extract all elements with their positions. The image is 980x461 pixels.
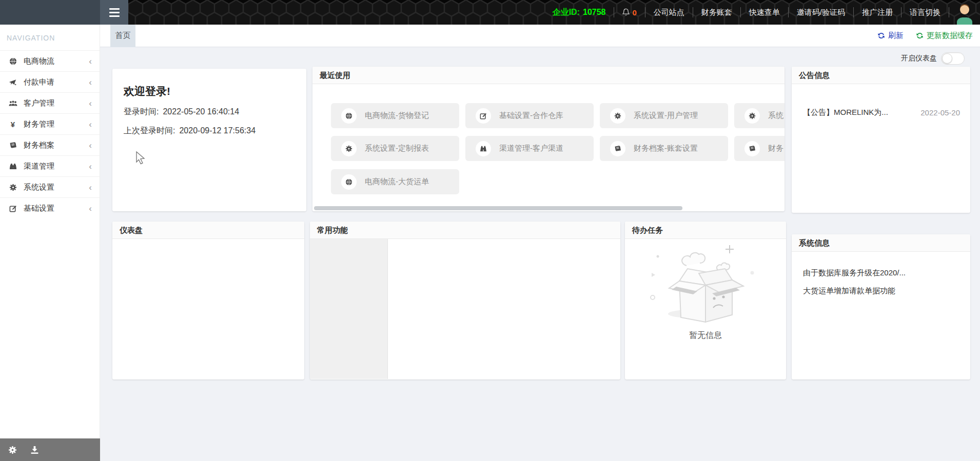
chevron-left-icon: ‹ <box>89 99 92 108</box>
yen-icon: ¥ <box>8 120 18 129</box>
recent-used-panel: 最近使用 电商物流-货物登记 基础设置-合作仓库 系统设置-用户管理 系统 <box>312 67 785 211</box>
sidebar-title: NAVIGATION <box>0 25 100 50</box>
system-info-item[interactable]: 由于数据库服务升级在2020/... <box>803 268 960 278</box>
gear-icon <box>610 108 625 124</box>
todo-panel-body: 暂无信息 <box>625 239 786 379</box>
common-functions-side-strip <box>310 239 388 379</box>
dashboard-panel: 仪表盘 <box>112 222 304 379</box>
sidebar-item-channel-management[interactable]: 渠道管理 ‹ <box>0 155 100 176</box>
common-functions-panel: 常用功能 <box>310 222 620 379</box>
recent-item-custom-report[interactable]: 系统设置-定制报表 <box>331 136 459 161</box>
globe-icon <box>341 108 357 124</box>
system-info-item[interactable]: 大货运单增加请款单据功能 <box>803 286 960 296</box>
sidebar-item-label: 财务管理 <box>24 119 89 129</box>
topbar-item-quick-search[interactable]: 快速查单 <box>743 8 786 17</box>
notifications-button[interactable]: 0 <box>616 8 642 17</box>
topbar-item-invite-code[interactable]: 邀请码/验证码 <box>791 8 851 17</box>
sidebar-item-payment-request[interactable]: 付款申请 ‹ <box>0 71 100 92</box>
last-login-line: 上次登录时间:2020-09-12 17:56:34 <box>124 126 306 136</box>
chevron-left-icon: ‹ <box>89 162 92 171</box>
welcome-panel: 欢迎登录! 登录时间:2022-05-20 16:40:14 上次登录时间:20… <box>112 69 306 211</box>
recent-item-label: 财务 <box>768 144 783 153</box>
download-button[interactable] <box>30 446 39 454</box>
last-login-value: 2020-09-12 17:56:34 <box>179 126 256 135</box>
notification-count-badge: 0 <box>632 8 636 17</box>
binoculars-icon <box>8 163 18 170</box>
welcome-title: 欢迎登录! <box>124 84 306 98</box>
refresh-button[interactable]: 刷新 <box>877 31 904 41</box>
notice-panel-title: 公告信息 <box>792 67 970 84</box>
login-time-line: 登录时间:2022-05-20 16:40:14 <box>124 107 306 117</box>
notice-panel: 公告信息 【公告】MORELINK为... 2022-05-20 <box>792 67 970 213</box>
notice-item[interactable]: 【公告】MORELINK为... 2022-05-20 <box>803 108 960 117</box>
empty-box-illustration <box>646 241 765 327</box>
recent-item-label: 财务档案-账套设置 <box>634 144 698 153</box>
last-login-label: 上次登录时间: <box>124 126 175 135</box>
recent-item-user-management[interactable]: 系统设置-用户管理 <box>600 103 728 128</box>
todo-panel-title: 待办任务 <box>625 222 786 239</box>
sidebar-item-basic-settings[interactable]: 基础设置 ‹ <box>0 197 100 218</box>
gear-icon <box>8 184 18 191</box>
todo-empty-text: 暂无信息 <box>625 330 786 341</box>
recent-item-clipped-2[interactable]: 财务 <box>734 136 785 161</box>
sidebar-toggle-button[interactable] <box>100 0 128 25</box>
user-avatar[interactable] <box>955 0 974 25</box>
sidebar-item-ecommerce-logistics[interactable]: 电商物流 ‹ <box>0 50 100 71</box>
recent-item-label: 系统设置-定制报表 <box>365 144 429 153</box>
refresh-icon <box>877 32 885 39</box>
topbar-item-company-site[interactable]: 公司站点 <box>648 8 691 17</box>
recent-item-bulk-waybill[interactable]: 电商物流-大货运单 <box>331 169 459 194</box>
sidebar-item-system-settings[interactable]: 系统设置 ‹ <box>0 176 100 197</box>
hamburger-icon <box>109 8 120 10</box>
common-functions-body <box>310 239 620 379</box>
sidebar-item-label: 客户管理 <box>24 98 89 108</box>
company-id: 企业ID:10758 <box>546 7 612 18</box>
chevron-left-icon: ‹ <box>89 57 92 66</box>
recent-item-label: 电商物流-货物登记 <box>365 111 429 121</box>
tab-actions: 刷新 更新数据缓存 <box>877 31 980 41</box>
payment-icon <box>8 79 18 86</box>
mouse-cursor <box>136 151 147 165</box>
sidebar-item-finance-management[interactable]: ¥ 财务管理 ‹ <box>0 113 100 134</box>
recent-item-clipped-1[interactable]: 系统 <box>734 103 785 128</box>
dashboard-toggle-switch[interactable] <box>941 52 965 65</box>
notice-item-date: 2022-05-20 <box>920 108 960 117</box>
chevron-left-icon: ‹ <box>89 78 92 87</box>
chevron-left-icon: ‹ <box>89 183 92 192</box>
recent-item-cargo-register[interactable]: 电商物流-货物登记 <box>331 103 459 128</box>
recent-item-label: 系统 <box>768 111 783 121</box>
bell-icon <box>622 8 630 16</box>
recent-item-customer-channel[interactable]: 渠道管理-客户渠道 <box>465 136 594 161</box>
sidebar-item-customer-management[interactable]: 客户管理 ‹ <box>0 92 100 113</box>
recent-item-label: 基础设置-合作仓库 <box>499 111 563 121</box>
login-time-value: 2022-05-20 16:40:14 <box>163 107 239 116</box>
recent-item-account-settings[interactable]: 财务档案-账套设置 <box>600 136 728 161</box>
horizontal-scrollbar-thumb[interactable] <box>314 206 682 210</box>
topbar-item-promo-register[interactable]: 推广注册 <box>856 8 899 17</box>
sidebar-item-finance-archive[interactable]: 财务档案 ‹ <box>0 134 100 155</box>
company-id-label: 企业ID: <box>553 8 580 16</box>
gear-icon <box>744 108 760 124</box>
topbar-item-finance-books[interactable]: 财务账套 <box>695 8 738 17</box>
sidebar: NAVIGATION 电商物流 ‹ 付款申请 ‹ 客户管理 ‹ ¥ 财务管理 <box>0 25 100 438</box>
book-icon <box>610 141 625 156</box>
dashboard-toggle-label: 开启仪表盘 <box>901 54 937 63</box>
download-icon <box>30 446 39 454</box>
topbar-menu: 企业ID:10758 0 公司站点 财务账套 快速查单 邀请码/验证码 <box>546 0 980 25</box>
recent-used-body: 电商物流-货物登记 基础设置-合作仓库 系统设置-用户管理 系统 系统设置-定制… <box>312 84 785 211</box>
sidebar-item-label: 付款申请 <box>24 77 89 87</box>
chevron-left-icon: ‹ <box>89 204 92 213</box>
settings-gear-button[interactable] <box>8 446 17 454</box>
page: 企业ID:10758 0 公司站点 财务账套 快速查单 邀请码/验证码 <box>0 0 980 461</box>
todo-panel: 待办任务 <box>625 222 786 379</box>
book-icon <box>8 142 18 149</box>
tab-home[interactable]: 首页 <box>110 25 135 47</box>
chevron-left-icon: ‹ <box>89 120 92 129</box>
topbar-brand-area <box>0 0 100 25</box>
topbar-item-language-switch[interactable]: 语言切换 <box>904 8 947 17</box>
recent-item-partner-warehouse[interactable]: 基础设置-合作仓库 <box>465 103 594 128</box>
binoculars-icon <box>476 141 491 156</box>
recent-used-title: 最近使用 <box>312 67 785 84</box>
update-cache-button[interactable]: 更新数据缓存 <box>916 31 973 41</box>
notice-item-text: 【公告】MORELINK为... <box>803 108 888 117</box>
